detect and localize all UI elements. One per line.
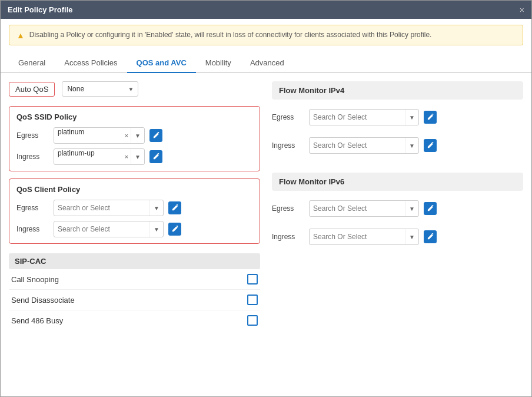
tabs-bar: General Access Policies QOS and AVC Mobi… xyxy=(1,54,531,73)
sip-cac-header: SIP-CAC xyxy=(9,253,260,269)
client-egress-select[interactable]: ▼ xyxy=(54,200,164,216)
pencil-icon xyxy=(427,233,434,240)
ssid-egress-clear-icon[interactable]: × xyxy=(122,132,131,139)
sip-call-snooping-row: Call Snooping xyxy=(9,269,260,290)
pencil-icon xyxy=(171,204,178,211)
call-snooping-checkbox[interactable] xyxy=(247,274,258,284)
ipv4-ingress-row: Ingress ▼ xyxy=(272,137,523,154)
client-egress-edit-button[interactable] xyxy=(168,201,181,214)
tab-access-policies[interactable]: Access Policies xyxy=(55,54,127,73)
client-ingress-edit-button[interactable] xyxy=(168,223,181,236)
flow-monitor-ipv6-box: Flow Monitor IPv6 xyxy=(272,173,523,191)
ipv4-egress-select[interactable]: ▼ xyxy=(309,109,419,125)
close-button[interactable]: × xyxy=(520,6,524,14)
ssid-ingress-value: platinum-up xyxy=(54,149,122,164)
ipv4-egress-edit-button[interactable] xyxy=(424,111,437,124)
sip-call-snooping-label: Call Snooping xyxy=(11,275,59,284)
qos-client-policy-box: QoS Client Policy Egress ▼ xyxy=(9,178,260,244)
ipv6-ingress-input[interactable] xyxy=(310,229,405,244)
send-486-busy-checkbox[interactable] xyxy=(247,315,258,326)
qos-client-policy-title: QoS Client Policy xyxy=(16,185,252,194)
pencil-icon xyxy=(427,142,434,149)
ssid-ingress-edit-button[interactable] xyxy=(149,150,162,163)
content-area: Auto QoS None Voice Video Best-Effort Ba… xyxy=(1,73,531,396)
client-ingress-arrow-icon[interactable]: ▼ xyxy=(149,221,163,237)
modal-body: ▲ Disabling a Policy or configuring it i… xyxy=(1,19,531,396)
warning-icon: ▲ xyxy=(16,31,25,40)
flow-monitor-ipv4-box: Flow Monitor IPv4 xyxy=(272,81,523,100)
sip-send-disassociate-row: Send Disassociate xyxy=(9,290,260,310)
pencil-icon xyxy=(171,226,178,233)
ipv6-egress-input[interactable] xyxy=(310,201,405,216)
tab-advanced[interactable]: Advanced xyxy=(241,54,294,73)
left-panel: Auto QoS None Voice Video Best-Effort Ba… xyxy=(9,81,260,388)
send-disassociate-checkbox[interactable] xyxy=(247,295,258,305)
client-egress-input[interactable] xyxy=(54,200,149,216)
tab-mobility[interactable]: Mobility xyxy=(196,54,241,73)
tab-general[interactable]: General xyxy=(9,54,55,73)
auto-qos-select-wrapper: None Voice Video Best-Effort Background … xyxy=(62,81,138,97)
ssid-egress-label: Egress xyxy=(16,131,49,140)
right-panel: Flow Monitor IPv4 Egress ▼ Ingress xyxy=(272,81,523,388)
pencil-icon xyxy=(152,153,159,160)
ipv6-egress-row: Egress ▼ xyxy=(272,200,523,217)
ipv4-egress-label: Egress xyxy=(272,113,304,121)
ipv4-egress-input[interactable] xyxy=(310,110,405,125)
ssid-egress-select[interactable]: platinum × ▼ xyxy=(54,127,145,144)
ssid-ingress-clear-icon[interactable]: × xyxy=(122,153,131,160)
auto-qos-label: Auto QoS xyxy=(9,82,55,97)
flow-monitor-ipv6-title: Flow Monitor IPv6 xyxy=(279,177,516,186)
ipv6-egress-label: Egress xyxy=(272,204,304,213)
sip-send-disassociate-label: Send Disassociate xyxy=(11,296,75,305)
ssid-ingress-label: Ingress xyxy=(16,153,49,161)
ssid-ingress-arrow-icon[interactable]: ▼ xyxy=(131,149,144,164)
ipv4-ingress-edit-button[interactable] xyxy=(424,139,437,152)
pencil-icon xyxy=(152,132,159,139)
ipv6-ingress-row: Ingress ▼ xyxy=(272,229,523,245)
ipv6-egress-arrow-icon[interactable]: ▼ xyxy=(405,201,418,216)
qos-ssid-policy-title: QoS SSID Policy xyxy=(16,113,252,121)
auto-qos-row: Auto QoS None Voice Video Best-Effort Ba… xyxy=(9,81,260,97)
ipv4-ingress-select[interactable]: ▼ xyxy=(309,137,419,154)
sip-send-486-busy-label: Send 486 Busy xyxy=(11,316,63,325)
client-ingress-input[interactable] xyxy=(54,221,149,237)
flow-monitor-ipv4-title: Flow Monitor IPv4 xyxy=(279,86,516,95)
ipv4-egress-arrow-icon[interactable]: ▼ xyxy=(405,110,418,125)
ipv6-ingress-select[interactable]: ▼ xyxy=(309,229,419,245)
client-egress-row: Egress ▼ xyxy=(16,200,252,216)
sip-send-486-busy-row: Send 486 Busy xyxy=(9,310,260,330)
sip-cac-section: SIP-CAC Call Snooping Send Disassociate … xyxy=(9,253,260,330)
pencil-icon xyxy=(427,205,434,212)
alert-text: Disabling a Policy or configuring it in … xyxy=(29,30,432,40)
ssid-egress-value: platinum xyxy=(54,128,122,143)
qos-ssid-policy-box: QoS SSID Policy Egress platinum × ▼ xyxy=(9,106,260,171)
client-ingress-label: Ingress xyxy=(16,225,49,233)
modal-container: Edit Policy Profile × ▲ Disabling a Poli… xyxy=(0,0,532,397)
ssid-egress-edit-button[interactable] xyxy=(149,129,162,142)
ssid-ingress-select[interactable]: platinum-up × ▼ xyxy=(54,148,145,165)
ipv4-ingress-label: Ingress xyxy=(272,141,304,150)
ipv4-egress-row: Egress ▼ xyxy=(272,109,523,125)
ipv6-ingress-arrow-icon[interactable]: ▼ xyxy=(405,229,418,244)
client-egress-arrow-icon[interactable]: ▼ xyxy=(149,200,163,216)
client-egress-label: Egress xyxy=(16,204,49,212)
client-ingress-row: Ingress ▼ xyxy=(16,221,252,237)
pencil-icon xyxy=(427,114,434,121)
modal-title: Edit Policy Profile xyxy=(8,5,73,14)
ipv4-ingress-arrow-icon[interactable]: ▼ xyxy=(405,138,418,153)
ipv6-egress-select[interactable]: ▼ xyxy=(309,200,419,217)
ssid-egress-arrow-icon[interactable]: ▼ xyxy=(131,128,144,143)
ssid-egress-row: Egress platinum × ▼ xyxy=(16,127,252,144)
client-ingress-select[interactable]: ▼ xyxy=(54,221,164,237)
auto-qos-dropdown[interactable]: None Voice Video Best-Effort Background xyxy=(62,81,138,97)
alert-bar: ▲ Disabling a Policy or configuring it i… xyxy=(9,25,523,45)
tab-qos-avc[interactable]: QOS and AVC xyxy=(127,54,196,73)
modal-header: Edit Policy Profile × xyxy=(1,1,531,19)
ipv4-ingress-input[interactable] xyxy=(310,138,405,153)
ipv6-ingress-edit-button[interactable] xyxy=(424,230,437,243)
ipv6-egress-edit-button[interactable] xyxy=(424,202,437,215)
ipv6-ingress-label: Ingress xyxy=(272,233,304,241)
ssid-ingress-row: Ingress platinum-up × ▼ xyxy=(16,148,252,165)
